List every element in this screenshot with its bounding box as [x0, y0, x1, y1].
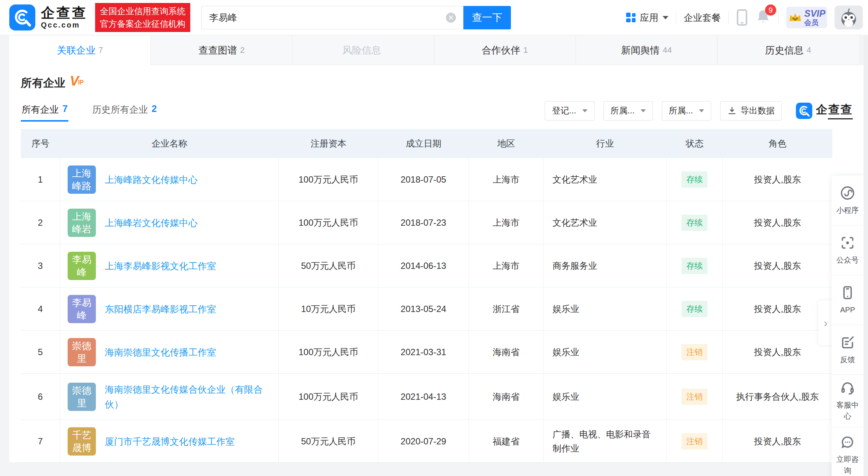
company-badge: 千艺晟博 — [68, 427, 96, 456]
company-badge: 崇德里 — [68, 338, 96, 366]
chevron-down-icon — [663, 16, 668, 19]
tab-risk-info[interactable]: 风险信息 — [292, 36, 434, 65]
search-input[interactable] — [201, 6, 463, 29]
headset-icon — [840, 380, 855, 396]
feedback-icon — [840, 335, 855, 350]
sidebar-collapse-handle[interactable]: › — [818, 300, 833, 345]
companies-table: 序号 企业名称 注册资本 成立日期 地区 行业 状态 角色 1 上海峰路 上海峰… — [21, 129, 832, 463]
notification-count-badge: 9 — [765, 4, 776, 16]
status-badge: 存续 — [681, 171, 707, 188]
sidebar-item-customer-service[interactable]: 客服中心 — [832, 375, 864, 427]
svip-member-button[interactable]: SVIP 会员 — [786, 7, 827, 28]
company-badge: 上海峰岩 — [68, 209, 96, 237]
qcc-logo[interactable]: 企查查 Qcc.com — [9, 4, 88, 30]
search-button[interactable]: 查一下 — [463, 6, 511, 29]
enterprise-package-link[interactable]: 企业套餐 — [684, 12, 721, 24]
qrcode-scan-icon — [840, 235, 855, 251]
sidebar-item-app[interactable]: APP — [832, 275, 864, 325]
sidebar-item-consult-now[interactable]: 立即咨询 — [832, 427, 864, 476]
qcc-logo-icon — [9, 4, 35, 30]
phone-icon — [736, 9, 748, 26]
section-title: 所有企业 — [21, 75, 65, 91]
penguin-mascot — [838, 8, 859, 27]
scrollbar-track[interactable] — [864, 36, 868, 476]
company-badge: 崇德里 — [68, 383, 96, 411]
table-row: 4 李易峰 东阳横店李易峰影视工作室 10万元人民币 2013-05-24 浙江… — [21, 287, 832, 331]
company-link[interactable]: 上海峰岩文化传媒中心 — [105, 215, 198, 230]
slogan-line2: 官方备案企业征信机构 — [100, 17, 185, 30]
table-header: 序号 企业名称 注册资本 成立日期 地区 行业 状态 角色 — [21, 129, 832, 158]
logo-domain: Qcc.com — [41, 20, 88, 29]
clear-search-icon[interactable]: ✕ — [446, 13, 456, 23]
filter-industry[interactable]: 所属... — [662, 101, 711, 120]
table-row: 5 崇德里 海南崇德里文化传播工作室 100万元人民币 2021-03-31 海… — [21, 331, 832, 374]
floating-sidebar: 小程序 公众号 APP — [832, 176, 864, 476]
status-badge: 注销 — [681, 344, 707, 360]
sidebar-item-miniprogram[interactable]: 小程序 — [832, 176, 864, 225]
tab-history-info[interactable]: 历史信息4 — [718, 36, 859, 65]
company-badge: 上海峰路 — [68, 165, 96, 194]
status-badge: 注销 — [681, 433, 707, 450]
tab-related-companies[interactable]: 关联企业7 — [9, 36, 151, 65]
company-link[interactable]: 厦门市千艺晟博文化传媒工作室 — [105, 434, 235, 449]
header-nav: 应用 企业套餐 9 — [625, 6, 863, 29]
tab-chacha-graph[interactable]: 查查图谱2 — [151, 36, 292, 65]
status-badge: 存续 — [681, 258, 707, 274]
user-avatar[interactable] — [835, 6, 863, 29]
company-badge: 李易峰 — [68, 295, 96, 323]
qcc-logo-icon — [796, 103, 812, 119]
table-controls: 所有企业 7 历史所有企业 2 登记... 所属... 所属... — [21, 100, 853, 122]
slogan-badge: 全国企业信用查询系统 官方备案企业征信机构 — [95, 3, 190, 32]
smartphone-icon — [840, 285, 855, 300]
slogan-line1: 全国企业信用查询系统 — [100, 5, 185, 17]
sidebar-item-feedback[interactable]: 反馈 — [832, 325, 864, 375]
chevron-down-icon — [641, 109, 646, 112]
filter-registration-status[interactable]: 登记... — [545, 101, 594, 120]
divider — [676, 11, 676, 24]
export-data-button[interactable]: 导出数据 — [720, 101, 782, 120]
status-badge: 注销 — [681, 389, 707, 405]
divider — [778, 11, 779, 24]
company-link[interactable]: 上海李易峰影视文化工作室 — [105, 258, 216, 273]
all-companies-panel: 所有企业 V IP 所有企业 7 历史所有企业 2 登记... 所属... — [9, 65, 864, 462]
table-row: 1 上海峰路 上海峰路文化传媒中心 100万元人民币 2018-07-05 上海… — [21, 158, 832, 201]
table-row: 7 千艺晟博 厦门市千艺晟博文化传媒工作室 50万元人民币 2020-07-29… — [21, 420, 832, 463]
download-icon — [727, 106, 737, 116]
mobile-app-button[interactable] — [736, 9, 748, 26]
company-link[interactable]: 东阳横店李易峰影视工作室 — [105, 302, 216, 316]
sidebar-item-official-account[interactable]: 公众号 — [832, 225, 864, 275]
company-link[interactable]: 海南崇德里文化传播工作室 — [105, 345, 216, 360]
svip-member-label: 会员 — [804, 19, 826, 26]
vip-icon: V IP — [70, 75, 84, 87]
apps-grid-icon — [625, 12, 637, 23]
subtab-history-companies[interactable]: 历史所有企业 2 — [91, 100, 158, 122]
svip-label: SVIP — [804, 9, 826, 18]
chevron-down-icon — [699, 109, 704, 112]
search-bar: ✕ 查一下 — [201, 6, 511, 29]
subtabs: 所有企业 7 历史所有企业 2 — [21, 100, 158, 122]
detail-tabs: 关联企业7 查查图谱2 风险信息 合作伙伴1 新闻舆情44 历史信息4 — [9, 36, 859, 65]
apps-menu[interactable]: 应用 — [625, 12, 668, 24]
filters: 登记... 所属... 所属... 导出数据 — [545, 101, 853, 120]
apps-label: 应用 — [640, 12, 658, 24]
logo-name: 企查查 — [41, 6, 88, 20]
company-badge: 李易峰 — [68, 252, 96, 280]
qcc-brand-watermark: 企查查 — [796, 102, 853, 119]
chevron-down-icon — [582, 109, 587, 112]
filter-region[interactable]: 所属... — [603, 101, 653, 120]
notifications-button[interactable]: 9 — [755, 9, 771, 26]
header: 企查查 Qcc.com 全国企业信用查询系统 官方备案企业征信机构 ✕ 查一下 … — [0, 0, 868, 35]
subtab-all-companies[interactable]: 所有企业 7 — [21, 100, 68, 122]
chat-bubble-icon — [840, 434, 855, 450]
miniprogram-icon — [840, 185, 855, 201]
status-badge: 存续 — [681, 215, 707, 231]
company-link[interactable]: 上海峰路文化传媒中心 — [105, 172, 198, 187]
crown-icon — [788, 11, 802, 24]
tab-partners[interactable]: 合作伙伴1 — [434, 36, 576, 65]
tab-news[interactable]: 新闻舆情44 — [576, 36, 718, 65]
table-row: 6 崇德里 海南崇德里文化传媒合伙企业（有限合伙） 100万元人民币 2021-… — [21, 374, 832, 420]
section-title-row: 所有企业 V IP — [21, 65, 853, 91]
company-link[interactable]: 海南崇德里文化传媒合伙企业（有限合伙） — [105, 382, 276, 412]
divider — [728, 11, 729, 24]
status-badge: 存续 — [681, 301, 707, 317]
